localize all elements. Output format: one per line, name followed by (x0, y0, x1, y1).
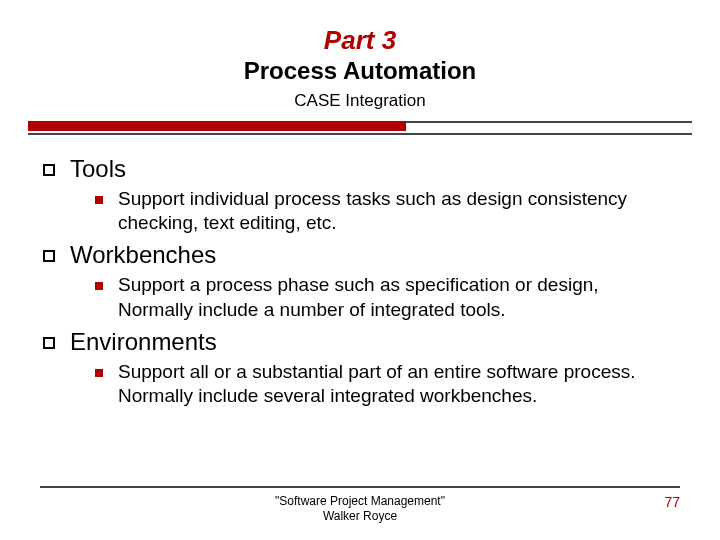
solid-square-icon (92, 366, 106, 380)
slide-header: Part 3 Process Automation CASE Integrati… (0, 0, 720, 111)
list-item-title: Workbenches (70, 241, 216, 269)
footer-row: "Software Project Management" Walker Roy… (40, 494, 680, 524)
list-item: Tools (38, 155, 682, 183)
hollow-square-icon (38, 159, 60, 181)
footer: "Software Project Management" Walker Roy… (0, 486, 720, 524)
hollow-square-icon (38, 332, 60, 354)
footer-source-line2: Walker Royce (323, 509, 397, 523)
part-label: Part 3 (0, 26, 720, 55)
list-subitem-body: Support individual process tasks such as… (118, 187, 678, 236)
subtitle: Process Automation (0, 57, 720, 85)
case-label: CASE Integration (0, 91, 720, 111)
hollow-square-icon (38, 245, 60, 267)
list-item: Environments (38, 328, 682, 356)
solid-square-icon (92, 193, 106, 207)
footer-source-line1: "Software Project Management" (275, 494, 445, 508)
list-item-title: Tools (70, 155, 126, 183)
list-subitem-body: Support all or a substantial part of an … (118, 360, 678, 409)
list-subitem-body: Support a process phase such as specific… (118, 273, 678, 322)
divider-band (28, 121, 692, 135)
page-number: 77 (630, 494, 680, 510)
divider-red (28, 121, 406, 131)
footer-divider (40, 486, 680, 488)
slide: Part 3 Process Automation CASE Integrati… (0, 0, 720, 540)
footer-source: "Software Project Management" Walker Roy… (90, 494, 630, 524)
content: Tools Support individual process tasks s… (0, 135, 720, 409)
list-subitem: Support a process phase such as specific… (92, 273, 682, 322)
list-subitem: Support all or a substantial part of an … (92, 360, 682, 409)
list-subitem: Support individual process tasks such as… (92, 187, 682, 236)
list-item-title: Environments (70, 328, 217, 356)
divider-line (406, 121, 692, 133)
list-item: Workbenches (38, 241, 682, 269)
solid-square-icon (92, 279, 106, 293)
